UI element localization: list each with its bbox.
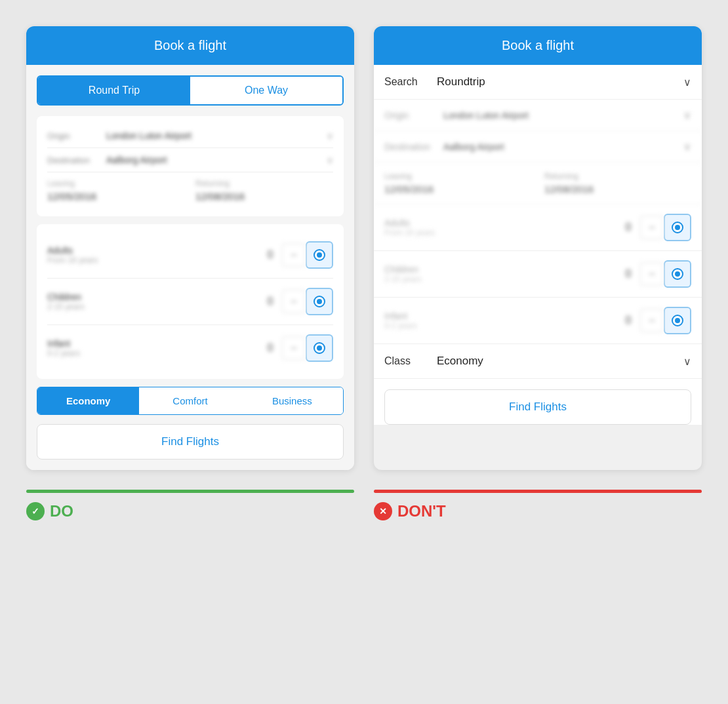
right-returning-date: 12/08/2016: [544, 184, 691, 195]
right-returning-col: Returning 12/08/2016: [544, 172, 691, 195]
left-adults-name: Adults: [47, 245, 264, 256]
left-children-info: Children 2-15 years: [47, 292, 264, 311]
left-class-business[interactable]: Business: [241, 387, 343, 414]
right-adults-age: From 16 years: [384, 228, 622, 237]
left-destination-value: Aalborg Airport: [106, 155, 327, 165]
right-find-flights-btn[interactable]: Find Flights: [384, 389, 691, 425]
right-class-value: Economy: [437, 355, 683, 368]
right-infant-radio-inner: [672, 315, 683, 326]
left-class-tab-bar: Economy Comfort Business: [37, 387, 344, 415]
left-card-header: Book a flight: [26, 26, 354, 65]
right-infant-radio[interactable]: [664, 307, 691, 334]
left-returning-col: Returning 12/08/2016: [195, 179, 333, 202]
left-date-row[interactable]: Leaving 12/05/2016 Returning 12/08/2016: [47, 172, 333, 208]
left-children-radio[interactable]: [306, 288, 333, 315]
right-infant-counter: 0 −: [622, 309, 664, 332]
right-class-row[interactable]: Class Economy ∨: [374, 344, 702, 379]
right-search-row[interactable]: Search Roundtrip ∨: [374, 65, 702, 100]
right-origin-value: London Luton Airport: [443, 110, 683, 121]
right-leaving-date: 12/05/2016: [384, 184, 531, 195]
right-children-row: Children 2-15 years 0 −: [374, 251, 702, 298]
right-children-name: Children: [384, 264, 622, 275]
right-infant-info: Infant 0-2 years: [384, 311, 622, 330]
bottom-section: ✓ DO ✕ DON'T: [13, 490, 715, 520]
right-children-age: 2-15 years: [384, 275, 622, 284]
right-adults-minus[interactable]: −: [640, 216, 664, 239]
left-children-radio-inner: [313, 296, 325, 307]
do-line: [26, 490, 354, 493]
left-adults-radio-inner: [313, 249, 325, 261]
left-origin-value: London Luton Airport: [106, 130, 327, 141]
right-class-chevron: ∨: [683, 355, 691, 368]
left-children-age: 2-15 years: [47, 302, 264, 311]
right-class-label: Class: [384, 355, 437, 367]
left-find-flights-btn[interactable]: Find Flights: [37, 424, 344, 460]
left-adults-radio[interactable]: [306, 241, 333, 269]
left-infant-minus[interactable]: −: [282, 336, 306, 360]
right-children-radio-dot: [675, 271, 680, 277]
right-adults-info: Adults From 16 years: [384, 218, 622, 237]
right-search-label: Search: [384, 76, 437, 88]
left-adults-row: Adults From 16 years 0 −: [47, 232, 333, 279]
tab-round-trip[interactable]: Round Trip: [38, 77, 190, 104]
left-children-count: 0: [264, 296, 277, 307]
left-infant-radio-dot: [317, 345, 322, 351]
right-children-counter: 0 −: [622, 262, 664, 286]
left-infant-count: 0: [264, 342, 277, 354]
left-adults-age: From 16 years: [47, 256, 264, 265]
left-infant-info: Infant 0-2 years: [47, 338, 264, 358]
right-leaving-label: Leaving: [384, 172, 531, 181]
right-origin-chevron: ∨: [683, 109, 691, 121]
left-adults-info: Adults From 16 years: [47, 245, 264, 265]
do-col: ✓ DO: [26, 490, 354, 520]
right-adults-name: Adults: [384, 218, 622, 228]
do-label-row: ✓ DO: [26, 502, 73, 520]
left-origin-row[interactable]: Origin London Luton Airport ∨: [47, 124, 333, 148]
left-leaving-col: Leaving 12/05/2016: [47, 179, 185, 202]
right-infant-row: Infant 0-2 years 0 −: [374, 298, 702, 344]
right-origin-row[interactable]: Origin London Luton Airport ∨: [374, 100, 702, 131]
left-infant-radio[interactable]: [306, 334, 333, 362]
right-destination-label: Destination: [384, 142, 443, 152]
left-form-section: Origin London Luton Airport ∨ Destinatio…: [37, 116, 344, 216]
right-card: Book a flight Search Roundtrip ∨ Origin …: [374, 26, 702, 470]
tab-one-way[interactable]: One Way: [190, 77, 342, 104]
left-adults-counter: 0 −: [264, 243, 306, 267]
right-leaving-col: Leaving 12/05/2016: [384, 172, 531, 195]
do-text: DO: [50, 502, 73, 520]
left-children-minus[interactable]: −: [282, 290, 306, 313]
right-adults-radio-inner: [672, 222, 683, 233]
left-children-radio-dot: [317, 299, 322, 304]
left-returning-date: 12/08/2016: [195, 191, 333, 202]
right-adults-row: Adults From 16 years 0 −: [374, 205, 702, 251]
left-leaving-label: Leaving: [47, 179, 185, 188]
left-destination-label: Destination: [47, 155, 106, 165]
left-card: Book a flight Round Trip One Way Origin …: [26, 26, 354, 470]
left-infant-row: Infant 0-2 years 0 −: [47, 325, 333, 371]
right-children-minus[interactable]: −: [640, 262, 664, 286]
right-children-info: Children 2-15 years: [384, 264, 622, 284]
right-destination-row[interactable]: Destination Aalborg Airport ∨: [374, 131, 702, 163]
left-class-economy[interactable]: Economy: [37, 387, 139, 414]
left-infant-radio-inner: [313, 342, 325, 354]
dont-icon: ✕: [374, 502, 392, 520]
right-date-section[interactable]: Leaving 12/05/2016 Returning 12/08/2016: [374, 163, 702, 205]
right-children-radio[interactable]: [664, 260, 691, 288]
right-adults-radio[interactable]: [664, 214, 691, 241]
left-destination-row[interactable]: Destination Aalborg Airport ∨: [47, 148, 333, 172]
right-infant-radio-dot: [675, 318, 680, 323]
right-infant-count: 0: [622, 315, 635, 326]
right-adults-counter: 0 −: [622, 216, 664, 239]
right-destination-chevron: ∨: [683, 140, 691, 153]
right-infant-minus[interactable]: −: [640, 309, 664, 332]
right-children-radio-inner: [672, 268, 683, 280]
left-adults-minus[interactable]: −: [282, 243, 306, 267]
right-origin-label: Origin: [384, 110, 443, 121]
dont-line: [374, 490, 702, 493]
right-card-header: Book a flight: [374, 26, 702, 65]
do-icon: ✓: [26, 502, 45, 520]
left-class-comfort[interactable]: Comfort: [139, 387, 241, 414]
right-children-count: 0: [622, 268, 635, 280]
left-infant-age: 0-2 years: [47, 349, 264, 358]
right-adults-count: 0: [622, 222, 635, 233]
